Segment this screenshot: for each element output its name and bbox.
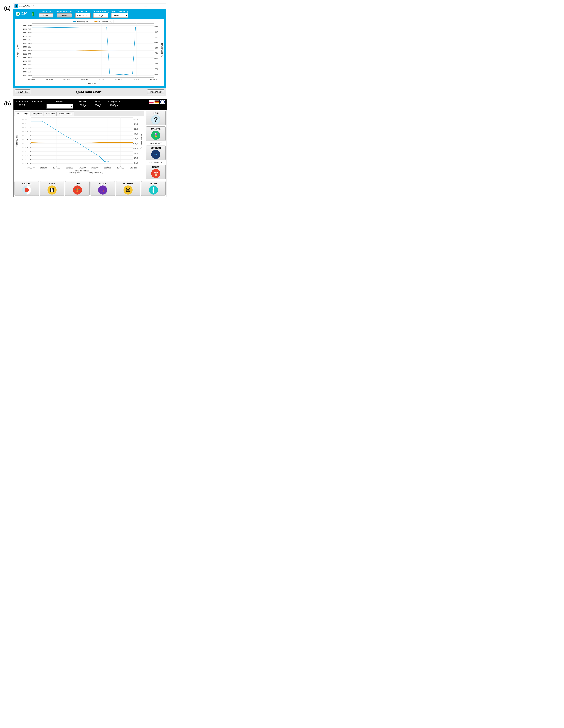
svg-rect-209 (103, 190, 104, 192)
settings-label: SETTINGS (123, 182, 133, 185)
svg-rect-208 (103, 189, 103, 192)
tab-rate-of-change[interactable]: Rate of change (57, 112, 74, 116)
close-button[interactable]: ✕ (160, 4, 165, 8)
record-button[interactable]: RECORD (15, 181, 39, 196)
clear-button[interactable]: Clear (39, 13, 53, 17)
svg-text:4 993 685: 4 993 685 (23, 46, 31, 48)
app-logo-small-icon: ◎ (15, 4, 18, 8)
material-label: Material (56, 100, 64, 103)
maximize-button[interactable]: ☐ (152, 4, 157, 8)
svg-text:29,0: 29,0 (134, 143, 138, 145)
gear-icon (124, 185, 133, 195)
save-label: SAVE (49, 182, 55, 185)
svg-rect-221 (153, 189, 154, 193)
svg-text:25,5: 25,5 (155, 36, 158, 38)
chart-title: QCM Data Chart (30, 90, 147, 94)
svg-point-219 (127, 189, 129, 191)
svg-text:OPEN: OPEN (32, 13, 33, 16)
svg-text:Frequency (Hz): Frequency (Hz) (77, 20, 89, 22)
plots-label: PLOTS (99, 182, 106, 185)
flag-uk-button[interactable] (160, 100, 165, 104)
svg-rect-201 (51, 190, 53, 192)
svg-text:4 993 715: 4 993 715 (23, 25, 31, 27)
panel-a-label: (a) (3, 3, 11, 13)
svg-point-0 (16, 12, 20, 16)
panel-b-label: (b) (3, 99, 12, 108)
freq-header-label: Frequency (Hz) (76, 10, 90, 13)
svg-rect-213 (126, 190, 127, 190)
clear-chart-label: Clear Chart (41, 10, 51, 13)
tab-freq-change[interactable]: Freq Change (15, 112, 30, 116)
svg-rect-214 (129, 190, 130, 190)
svg-text:4 979 000: 4 979 000 (22, 127, 30, 129)
svg-text:4 993 700: 4 993 700 (23, 35, 31, 37)
window-b: Temperature 29.05 Frequency Material Den… (13, 99, 167, 197)
tooling-value: 1000g/c (110, 104, 118, 107)
connect-button[interactable]: CONNECT (146, 146, 166, 160)
info-icon (149, 185, 158, 195)
svg-text:4 976 000: 4 976 000 (22, 150, 30, 152)
svg-text:Temperature (°C): Temperature (°C) (161, 43, 163, 58)
freq-b-label: Frequency (32, 100, 42, 103)
manual-button[interactable]: MANUAL (146, 126, 166, 141)
svg-text:31,5: 31,5 (134, 118, 138, 120)
svg-text:24,5: 24,5 (155, 47, 158, 49)
chart-b: 4 974 5004 975 0004 975 5004 976 0004 97… (15, 116, 143, 175)
svg-text:23,5: 23,5 (155, 57, 158, 59)
temp-b-value: 29.05 (19, 104, 25, 107)
save-file-button[interactable]: Save File (15, 89, 30, 94)
plots-button[interactable]: PLOTS (91, 181, 115, 196)
temp-chart-label: Temperature Chart (55, 10, 73, 13)
svg-text:09:16:05: 09:16:05 (81, 79, 88, 81)
save-button[interactable]: SAVE (40, 181, 64, 196)
svg-text:22,5: 22,5 (155, 68, 158, 70)
svg-rect-200 (52, 188, 53, 189)
help-button[interactable]: HELP ? (146, 111, 166, 125)
record-icon (22, 185, 31, 195)
settings-button[interactable]: SETTINGS (116, 181, 140, 196)
svg-text:4 993 645: 4 993 645 (23, 74, 31, 76)
reset-button[interactable]: RESET RESET (146, 165, 166, 179)
svg-text:Frequency (Hz): Frequency (Hz) (17, 44, 19, 57)
mass-label: Mass (95, 100, 100, 103)
manual-label: MANUAL (151, 128, 161, 130)
svg-text:4 976 500: 4 976 500 (22, 147, 30, 149)
svg-text:10:34:30: 10:34:30 (130, 167, 137, 169)
flag-pl-button[interactable] (149, 100, 154, 104)
svg-text:Frequency (Hz): Frequency (Hz) (16, 135, 18, 149)
quartz-label: Quartz Frequency (111, 10, 128, 13)
svg-text:4 993 655: 4 993 655 (23, 67, 31, 69)
balance-icon (73, 185, 82, 195)
tare-button[interactable]: TARE (65, 181, 90, 196)
tab-frequency[interactable]: Frequency (31, 112, 44, 116)
svg-text:4 993 710: 4 993 710 (23, 28, 31, 30)
svg-text:10:34:00: 10:34:00 (117, 167, 124, 169)
qcm-logo-icon: CM OPEN (15, 10, 37, 17)
svg-point-2 (18, 13, 19, 14)
svg-text:4 975 500: 4 975 500 (22, 154, 30, 156)
temp-display: 24,3 (93, 13, 108, 18)
svg-text:24,0: 24,0 (155, 52, 158, 54)
svg-text:4 977 000: 4 977 000 (22, 143, 30, 145)
tab-thickness[interactable]: Thickness (44, 112, 57, 116)
temp-header-label: Temperature (°C) (93, 10, 109, 13)
svg-text:25,0: 25,0 (155, 42, 158, 44)
svg-text:30,0: 30,0 (134, 133, 138, 135)
flag-de-button[interactable] (154, 100, 159, 104)
svg-text:4 993 680: 4 993 680 (23, 50, 31, 51)
hide-temp-button[interactable]: Hide (57, 13, 72, 17)
disconnect-button[interactable]: Disconnect (147, 89, 164, 94)
about-button[interactable]: ABOUT (141, 181, 166, 196)
usb-icon (151, 150, 160, 159)
svg-text:26,0: 26,0 (155, 31, 158, 33)
svg-text:27,5: 27,5 (134, 157, 138, 159)
svg-text:09:16:15: 09:16:15 (116, 79, 123, 81)
svg-text:Time (hh:mm:ss): Time (hh:mm:ss) (85, 82, 100, 85)
titlebar: ◎ openQCM 1.2 — ☐ ✕ (13, 3, 166, 9)
quartz-select[interactable]: 6 MHz (111, 13, 128, 18)
bar-chart-icon (98, 185, 107, 195)
material-select[interactable] (47, 104, 73, 109)
svg-text:09:16:25: 09:16:25 (150, 79, 158, 81)
svg-text:26,5: 26,5 (155, 26, 158, 28)
minimize-button[interactable]: — (144, 4, 149, 8)
